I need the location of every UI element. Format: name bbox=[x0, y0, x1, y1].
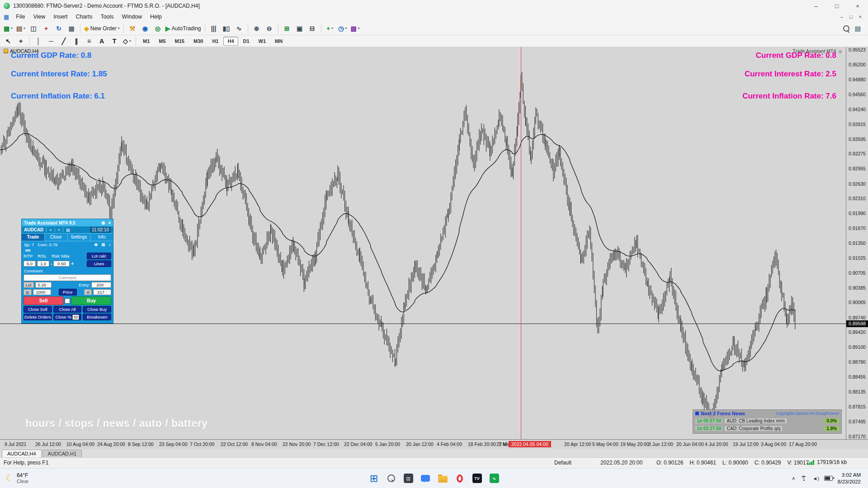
close-sell-button[interactable]: Close Sell bbox=[24, 306, 52, 313]
menu-item-view[interactable]: View bbox=[29, 12, 49, 22]
breakeven-button[interactable]: Breakeven bbox=[83, 314, 111, 320]
menu-item-insert[interactable]: Insert bbox=[49, 12, 71, 22]
rtp-input[interactable]: 6.0 bbox=[24, 261, 36, 267]
prev-symbol-button[interactable]: < bbox=[46, 228, 52, 232]
close-percent-button[interactable]: Close % 50 bbox=[53, 314, 82, 320]
menu-item-tools[interactable]: Tools bbox=[96, 12, 118, 22]
print-icon[interactable]: ▤ bbox=[855, 25, 861, 32]
profiles-button[interactable]: ▤▾ bbox=[14, 23, 27, 34]
risk-minus-button[interactable]: - bbox=[51, 261, 52, 266]
opera-button[interactable] bbox=[454, 473, 466, 484]
price-chart[interactable] bbox=[0, 47, 846, 439]
timeframe-w1[interactable]: W1 bbox=[255, 37, 270, 46]
wifi-icon[interactable] bbox=[800, 476, 807, 481]
risk-plus-button[interactable]: + bbox=[71, 261, 74, 266]
new-chart-button[interactable]: ▦▾ bbox=[2, 23, 14, 34]
crosshair-mode-button[interactable]: + bbox=[40, 23, 52, 34]
metaeditor-button[interactable]: ⚒ bbox=[126, 23, 139, 34]
close-percent-input[interactable]: 50 bbox=[72, 314, 79, 320]
periods-button[interactable]: ◷▾ bbox=[336, 23, 349, 34]
eye-icon[interactable]: ◉ bbox=[94, 242, 98, 247]
price-button[interactable]: Price bbox=[59, 289, 77, 296]
new-order-button[interactable]: ◆New Order▾ bbox=[83, 23, 121, 34]
delete-orders-button[interactable]: Delete Orders bbox=[24, 314, 52, 320]
next-symbol-button[interactable]: > bbox=[55, 228, 60, 232]
chart-tab-audcad-h4[interactable]: AUDCAD,H4 bbox=[2, 450, 42, 457]
child-close-button[interactable]: × bbox=[859, 14, 862, 19]
profile-selector[interactable]: Default bbox=[554, 460, 571, 466]
trade-panel-tab-info[interactable]: Info bbox=[90, 234, 113, 241]
tile-windows-button[interactable]: ⊞ bbox=[281, 23, 293, 34]
minimize-button[interactable]: – bbox=[806, 0, 826, 12]
menu-item-charts[interactable]: Charts bbox=[72, 12, 97, 22]
start-button[interactable]: ⊞ bbox=[368, 473, 380, 484]
news-feed-button[interactable]: ◎ bbox=[151, 23, 164, 34]
time-axis[interactable]: 9 Jul 202126 Jul 12:0010 Aug 04:0024 Aug… bbox=[0, 439, 868, 449]
symbol-list-icon[interactable]: ▤ bbox=[63, 228, 70, 232]
chart-window-button[interactable]: ◫ bbox=[27, 23, 40, 34]
timeframe-m5[interactable]: M5 bbox=[155, 37, 170, 46]
search-button[interactable] bbox=[385, 473, 397, 484]
cascade-windows-button[interactable]: ▣ bbox=[293, 23, 306, 34]
timeframe-m1[interactable]: M1 bbox=[139, 37, 154, 46]
tp-input[interactable]: 1000 bbox=[33, 289, 51, 295]
timeframe-h4[interactable]: H4 bbox=[223, 37, 238, 46]
trade-panel-close-icon[interactable]: × bbox=[108, 221, 111, 225]
file-explorer-button[interactable] bbox=[437, 473, 448, 484]
weather-widget[interactable]: ☾ 64°F Clear bbox=[0, 472, 109, 485]
bars-chart-button[interactable]: ||| bbox=[208, 23, 220, 34]
timeframe-d1[interactable]: D1 bbox=[239, 37, 254, 46]
zoom-in-button[interactable]: ⊕ bbox=[250, 23, 263, 34]
menu-item-window[interactable]: Window bbox=[118, 12, 146, 22]
text-tool[interactable]: A bbox=[95, 36, 108, 47]
search-icon[interactable] bbox=[843, 25, 849, 32]
risk-input[interactable]: 0.50 bbox=[53, 261, 70, 267]
trade-panel-titlebar[interactable]: Trade Assistant MT4 9.5 ◉ × bbox=[22, 219, 113, 226]
indicators-button[interactable]: +▾ bbox=[324, 23, 336, 34]
news-panel-header[interactable]: Next 2 Forex News Copyrights DaVinci PA … bbox=[693, 410, 841, 417]
lot-calc-button[interactable]: Lot calc bbox=[87, 253, 111, 259]
menu-item-help[interactable]: Help bbox=[146, 12, 166, 22]
vertical-line-tool[interactable]: │ bbox=[32, 36, 45, 47]
line-chart-button[interactable]: ∿ bbox=[233, 23, 245, 34]
horizontal-line-tool[interactable]: ─ bbox=[45, 36, 57, 47]
close-all-button[interactable]: Close All bbox=[53, 306, 82, 313]
close-button[interactable]: × bbox=[847, 0, 868, 12]
price-scale[interactable]: 0.955230.952000.948800.945600.942400.939… bbox=[846, 47, 868, 439]
timeframe-mn[interactable]: MN bbox=[271, 37, 287, 46]
bell-icon[interactable]: ♪ bbox=[109, 242, 111, 247]
confirm-checkbox[interactable] bbox=[65, 298, 70, 304]
shapes-tool[interactable]: ◇▾ bbox=[121, 36, 133, 47]
lines-button[interactable]: Lines bbox=[87, 260, 111, 267]
sell-button[interactable]: Sell bbox=[24, 296, 63, 305]
taskview-button[interactable]: ◫ bbox=[402, 473, 414, 484]
timeframe-m30[interactable]: M30 bbox=[189, 37, 207, 46]
fibonacci-tool[interactable]: ≡ bbox=[83, 36, 95, 47]
timeframe-h1[interactable]: H1 bbox=[208, 37, 222, 46]
sl-input[interactable]: 217 bbox=[93, 289, 111, 295]
child-restore-button[interactable]: □ bbox=[849, 14, 853, 19]
trade-panel-tab-trade[interactable]: Trade bbox=[22, 234, 45, 241]
rsl-input[interactable]: 1.0 bbox=[37, 261, 49, 267]
timeframe-m15[interactable]: M15 bbox=[171, 37, 189, 46]
candles-chart-button[interactable]: ▮▯ bbox=[220, 23, 233, 34]
trade-panel-tab-close[interactable]: Close bbox=[45, 234, 68, 241]
screenshot-icon[interactable]: ◉ bbox=[101, 221, 105, 225]
panel-symbol-label[interactable]: AUDCAD bbox=[24, 227, 43, 232]
templates-button[interactable]: ▧▾ bbox=[349, 23, 362, 34]
crosshair-tool[interactable]: + bbox=[14, 36, 27, 47]
mql5-community-button[interactable]: ◉ bbox=[139, 23, 151, 34]
chat-button[interactable] bbox=[420, 473, 431, 484]
grid-button[interactable]: ▦ bbox=[65, 23, 78, 34]
chart-tab-audcad-h1[interactable]: AUDCAD,H1 bbox=[42, 450, 82, 457]
battery-icon[interactable] bbox=[824, 476, 833, 481]
chart-menu-icon[interactable]: ▦ bbox=[4, 14, 9, 20]
mt4-terminal-button[interactable]: ∿ bbox=[488, 473, 500, 484]
autotrading-button[interactable]: ▶AutoTrading bbox=[164, 23, 203, 34]
maximize-button[interactable]: □ bbox=[826, 0, 847, 12]
arrange-windows-button[interactable]: ⊟ bbox=[306, 23, 319, 34]
menu-item-file[interactable]: File bbox=[12, 12, 29, 22]
tray-chevron-icon[interactable]: ∧ bbox=[792, 475, 795, 481]
close-buy-button[interactable]: Close Buy bbox=[83, 306, 111, 313]
calendar-icon[interactable]: ▦ bbox=[101, 242, 105, 247]
